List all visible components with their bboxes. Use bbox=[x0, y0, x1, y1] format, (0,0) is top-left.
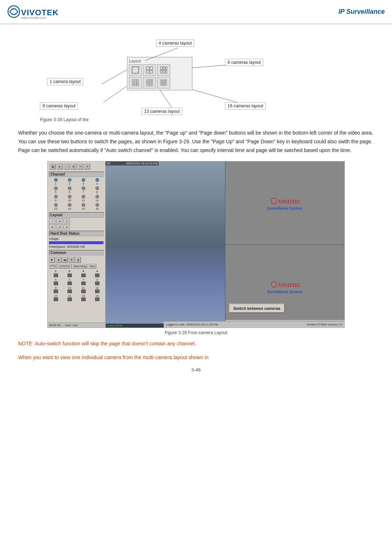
svg-rect-48 bbox=[160, 85, 162, 86]
snapshot-btn[interactable]: □ bbox=[64, 164, 69, 169]
cam-10[interactable] bbox=[63, 290, 76, 294]
main-view-area: D5 2005/10/21 05:23:43 PM 0-day 00:06 0-… bbox=[106, 161, 344, 328]
vivotek-overlay-2: VIVOTEK Surveillance System bbox=[267, 279, 302, 294]
svg-rect-29 bbox=[148, 82, 150, 83]
svg-rect-38 bbox=[164, 79, 165, 81]
svg-rect-7 bbox=[146, 70, 149, 73]
channel-btn-16[interactable]: 16 bbox=[90, 203, 104, 211]
cam-8[interactable] bbox=[90, 282, 104, 286]
ptz-tab[interactable]: PTZ bbox=[49, 264, 57, 268]
layout-4cam[interactable] bbox=[143, 64, 156, 76]
channel-btn-12[interactable]: 12 bbox=[90, 194, 104, 202]
left-panel: ⏻ ● □ ⚙ ✎ ✕ Channel 1 2 3 4 5 6 7 8 9 10… bbox=[48, 161, 106, 328]
cam-nums-9-12: 9101112 bbox=[49, 286, 104, 290]
figure-29-caption: Figure 3-29 Four-camera Layout bbox=[18, 330, 374, 335]
trash-btn[interactable]: 🗑 bbox=[75, 257, 81, 263]
channel-btn-7[interactable]: 7 bbox=[77, 186, 90, 194]
layout-panel: Layout bbox=[127, 57, 192, 90]
svg-point-60 bbox=[271, 282, 277, 287]
channel-btn-10[interactable]: 10 bbox=[63, 194, 76, 202]
svg-rect-28 bbox=[146, 82, 148, 83]
layout-grid bbox=[129, 64, 191, 89]
svg-rect-5 bbox=[146, 67, 149, 70]
layout-13cam[interactable] bbox=[143, 77, 156, 89]
panel-toolbar: ⏻ ● □ ⚙ ✎ ✕ bbox=[49, 163, 104, 170]
cam-12[interactable] bbox=[90, 290, 104, 294]
dojoo-tab[interactable]: DOJOO bbox=[58, 264, 71, 268]
cam-15[interactable] bbox=[77, 297, 90, 301]
cam-4[interactable] bbox=[90, 274, 104, 278]
header-tagline: IP Surveillance bbox=[339, 8, 385, 16]
cam-13[interactable] bbox=[49, 297, 62, 301]
video-cell-2: VIVOTEK Surveillance System bbox=[225, 161, 345, 245]
usage-label: Usage: FreeSpace: 3032680 KB bbox=[49, 237, 104, 249]
cam-9[interactable] bbox=[49, 290, 62, 294]
channel-btn-4[interactable]: 4 bbox=[90, 178, 104, 186]
svg-rect-47 bbox=[166, 83, 167, 84]
page-number: 3-46 bbox=[18, 367, 374, 373]
cam-btn[interactable]: 📷 bbox=[62, 257, 68, 263]
mini-16cam[interactable]: ⊞ bbox=[64, 224, 70, 229]
grid-btn[interactable]: ⊞ bbox=[69, 257, 74, 263]
svg-rect-40 bbox=[160, 81, 162, 83]
channel-section-title: Channel bbox=[49, 172, 104, 177]
common-section-title: Common bbox=[49, 250, 104, 255]
channel-btn-9[interactable]: 9 bbox=[49, 194, 62, 202]
settings-btn[interactable]: ⚙ bbox=[70, 164, 76, 169]
svg-rect-21 bbox=[132, 84, 134, 86]
layout-16cam[interactable] bbox=[157, 77, 170, 89]
common-section: ▶ ■ 📷 ⊞ 🗑 PTZ DOJOO Alert Msg Talk 12 bbox=[49, 257, 104, 301]
power-btn[interactable]: ⏻ bbox=[50, 164, 56, 169]
svg-rect-22 bbox=[135, 84, 136, 86]
cam-2[interactable] bbox=[63, 274, 76, 278]
cam-6[interactable] bbox=[63, 282, 76, 286]
callout-4cam: 4 cameras layout bbox=[156, 40, 194, 47]
svg-rect-10 bbox=[163, 67, 165, 70]
cam-14[interactable] bbox=[63, 297, 76, 301]
talk-tab[interactable]: Talk bbox=[88, 264, 96, 268]
main-content: Layout bbox=[0, 24, 392, 380]
cam-5[interactable] bbox=[49, 282, 62, 286]
layout-1cam[interactable] bbox=[129, 64, 142, 76]
mini-13cam[interactable]: ⊟ bbox=[56, 224, 63, 229]
svg-rect-18 bbox=[132, 82, 134, 84]
screenshot-figure: ⏻ ● □ ⚙ ✎ ✕ Channel 1 2 3 4 5 6 7 8 9 10… bbox=[47, 161, 345, 328]
cam-channel-grid-1 bbox=[49, 274, 104, 278]
cam-nums-13-16: 13141516 bbox=[49, 294, 104, 297]
video-cell-3: VIVOTEK Surveillance System Switch betwe… bbox=[225, 245, 345, 328]
layout-6cam[interactable] bbox=[157, 64, 170, 76]
mini-6cam[interactable]: ⊟ bbox=[64, 218, 70, 223]
edit-btn[interactable]: ✎ bbox=[77, 164, 83, 169]
cam-7[interactable] bbox=[77, 282, 90, 286]
common-tabs: PTZ DOJOO Alert Msg Talk bbox=[49, 264, 104, 268]
channel-btn-6[interactable]: 6 bbox=[63, 186, 76, 194]
channel-btn-14[interactable]: 14 bbox=[63, 203, 76, 211]
channel-btn-13[interactable]: 13 bbox=[49, 203, 62, 211]
cam-3[interactable] bbox=[77, 274, 90, 278]
svg-rect-20 bbox=[137, 82, 139, 84]
cam-11[interactable] bbox=[77, 290, 90, 294]
channel-btn-5[interactable]: 5 bbox=[49, 186, 62, 194]
mini-1cam[interactable]: □ bbox=[49, 218, 56, 223]
channel-btn-8[interactable]: 8 bbox=[90, 186, 104, 194]
common-toolbar: ▶ ■ 📷 ⊞ 🗑 bbox=[49, 257, 104, 263]
channel-btn-15[interactable]: 15 bbox=[77, 203, 90, 211]
channel-btn-1[interactable]: 1 bbox=[49, 178, 62, 186]
cam-1[interactable] bbox=[49, 274, 62, 278]
channel-btn-11[interactable]: 11 bbox=[77, 194, 90, 202]
svg-rect-43 bbox=[166, 81, 167, 83]
alert-msg-tab[interactable]: Alert Msg bbox=[72, 264, 87, 268]
layout-panel-label: Layout bbox=[129, 59, 191, 63]
mini-4cam[interactable]: ⊞ bbox=[56, 218, 63, 223]
play-btn[interactable]: ▶ bbox=[49, 257, 55, 263]
figure-28-caption: Figure 3-28 Layout of the bbox=[40, 117, 89, 122]
rec-btn[interactable]: ● bbox=[57, 164, 62, 169]
channel-btn-3[interactable]: 3 bbox=[77, 178, 90, 186]
layout-9cam[interactable] bbox=[129, 77, 142, 89]
mini-9cam[interactable]: ⊞ bbox=[49, 224, 56, 229]
stop-btn[interactable]: ■ bbox=[56, 257, 61, 263]
svg-rect-14 bbox=[166, 70, 167, 73]
cam-16[interactable] bbox=[90, 297, 104, 301]
channel-btn-2[interactable]: 2 bbox=[63, 178, 76, 186]
close-btn[interactable]: ✕ bbox=[84, 164, 90, 169]
